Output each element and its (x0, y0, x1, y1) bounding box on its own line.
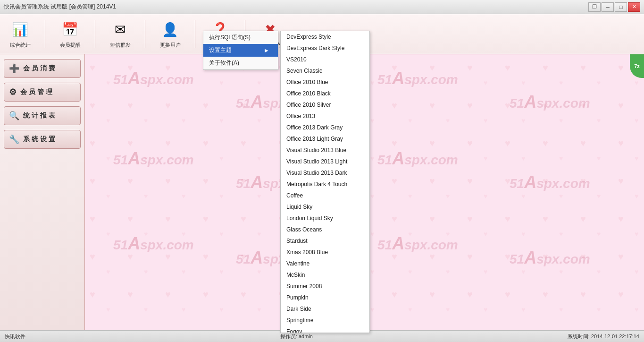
theme-pumpkin[interactable]: Pumpkin (281, 292, 369, 303)
theme-office2013[interactable]: Office 2013 (281, 111, 369, 122)
theme-coffee[interactable]: Coffee (281, 190, 369, 201)
menu-theme[interactable]: 设置主题 ▶ (203, 44, 278, 57)
reminder-label: 会员提醒 (60, 42, 81, 49)
theme-office2010-blue[interactable]: Office 2010 Blue (281, 77, 369, 88)
minimize-button[interactable]: ❐ (588, 2, 601, 12)
stats-icon: 📊 (10, 20, 30, 40)
restore-button[interactable]: ─ (602, 2, 614, 12)
theme-liquid-sky[interactable]: Liquid Sky (281, 201, 369, 213)
sms-icon: ✉ (110, 20, 130, 40)
member-manage-label: 会 员 管 理 (20, 88, 52, 96)
theme-devexpress-dark[interactable]: DevExpress Dark Style (281, 43, 369, 54)
toolbar-reminder[interactable]: 📅 会员提醒 (55, 20, 85, 49)
toolbar-divider-2 (95, 20, 95, 48)
datetime-label: 系统时间: (568, 333, 590, 339)
toolbar-user[interactable]: 👤 更换用户 (155, 20, 185, 49)
menu-sql[interactable]: 执行SQL语句(S) (203, 31, 278, 44)
reminder-icon: 📅 (60, 20, 80, 40)
menu-theme-label: 设置主题 (209, 46, 232, 54)
submenu-arrow-icon: ▶ (265, 48, 268, 53)
operator-value: admin (299, 333, 313, 339)
sidebar-member-info[interactable]: ➕ 会 员 消 费 (4, 59, 81, 78)
maximize-button[interactable]: □ (615, 2, 627, 12)
operator-label: 操作员: (280, 333, 297, 339)
close-button[interactable]: ✕ (628, 2, 640, 12)
theme-stardust[interactable]: Stardust (281, 235, 369, 247)
theme-vs2013-dark[interactable]: Visual Studio 2013 Dark (281, 167, 369, 179)
sidebar-report[interactable]: 🔍 统 计 报 表 (4, 106, 81, 125)
theme-vs2010[interactable]: VS2010 (281, 54, 369, 65)
datetime-info: 系统时间: 2014-12-01 22:17:14 (568, 333, 639, 340)
toolbar-divider-4 (195, 20, 195, 48)
operator-info: 操作员: admin (280, 333, 313, 340)
theme-office2013-dark-gray[interactable]: Office 2013 Dark Gray (281, 122, 369, 133)
toolbar-divider-1 (45, 20, 45, 48)
context-menu[interactable]: 执行SQL语句(S) 设置主题 ▶ 关于软件(A) (203, 31, 278, 70)
member-info-label: 会 员 消 费 (23, 64, 55, 73)
user-icon: 👤 (160, 20, 180, 40)
menu-about[interactable]: 关于软件(A) (203, 57, 278, 69)
system-icon: 🔧 (9, 134, 19, 145)
toolbar-sms[interactable]: ✉ 短信群发 (105, 20, 135, 49)
theme-glass-oceans[interactable]: Glass Oceans (281, 224, 369, 235)
member-info-icon: ➕ (9, 63, 19, 74)
theme-metropolis-dark[interactable]: Metropolis Dark 4 Touch (281, 179, 369, 190)
system-label: 系 统 设 置 (23, 135, 55, 144)
theme-springtime[interactable]: Springtime (281, 315, 369, 326)
stats-label: 综合统计 (10, 42, 31, 49)
company-name: 快讯软件 (5, 333, 25, 340)
window-controls: ❐ ─ □ ✕ (588, 2, 640, 12)
theme-mcskin[interactable]: McSkin (281, 269, 369, 281)
theme-london-liquid-sky[interactable]: London Liquid Sky (281, 213, 369, 224)
sidebar-member-manage[interactable]: ⚙ 会 员 管 理 (4, 83, 81, 102)
theme-xmas2008-blue[interactable]: Xmas 2008 Blue (281, 247, 369, 258)
sms-label: 短信群发 (110, 42, 131, 49)
theme-office2010-silver[interactable]: Office 2010 Silver (281, 99, 369, 111)
theme-submenu[interactable]: DevExpress Style DevExpress Dark Style V… (280, 31, 370, 333)
sidebar: ➕ 会 员 消 费 ⚙ 会 员 管 理 🔍 统 计 报 表 🔧 系 统 设 置 (0, 54, 85, 330)
theme-office2013-light-gray[interactable]: Office 2013 Light Gray (281, 133, 369, 145)
green-badge-text: 7z (634, 63, 640, 69)
toolbar-divider-3 (145, 20, 145, 48)
theme-valentine[interactable]: Valentine (281, 258, 369, 269)
report-label: 统 计 报 表 (23, 111, 55, 120)
theme-vs2013-light[interactable]: Visual Studio 2013 Light (281, 156, 369, 167)
user-label: 更换用户 (160, 42, 181, 49)
theme-summer2008[interactable]: Summer 2008 (281, 281, 369, 292)
theme-seven-classic[interactable]: Seven Classic (281, 65, 369, 77)
datetime-value: 2014-12-01 22:17:14 (591, 333, 639, 339)
window-title: 快讯会员管理系统 试用版 [会员管理] 2014V1 (4, 3, 116, 11)
menu-about-label: 关于软件(A) (209, 59, 239, 67)
menu-sql-label: 执行SQL语句(S) (209, 34, 251, 42)
theme-foggy[interactable]: Foggy (281, 326, 369, 333)
theme-devexpress[interactable]: DevExpress Style (281, 31, 369, 43)
toolbar-stats[interactable]: 📊 综合统计 (5, 20, 35, 49)
member-manage-icon: ⚙ (9, 87, 17, 97)
sidebar-system[interactable]: 🔧 系 统 设 置 (4, 130, 81, 149)
theme-vs2013-blue[interactable]: Visual Studio 2013 Blue (281, 145, 369, 156)
title-bar: 快讯会员管理系统 试用版 [会员管理] 2014V1 ❐ ─ □ ✕ (0, 0, 644, 14)
theme-dark-side[interactable]: Dark Side (281, 303, 369, 315)
report-icon: 🔍 (9, 111, 19, 121)
theme-office2010-black[interactable]: Office 2010 Black (281, 88, 369, 99)
